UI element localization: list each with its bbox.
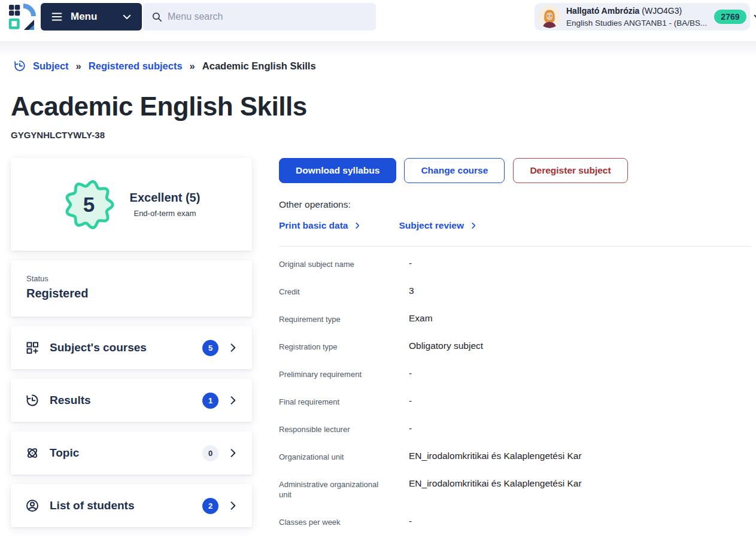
detail-value: - [409, 395, 751, 407]
menu-search-input[interactable] [168, 11, 368, 22]
count-badge: 1 [202, 393, 218, 409]
detail-row: Organizational unit EN_irodalomkritikai … [279, 442, 751, 470]
detail-label: Responsible lecturer [279, 423, 409, 434]
link-label: Subject review [399, 220, 464, 231]
sidebar-item-subjects-courses[interactable]: Subject's courses 5 [11, 326, 252, 369]
grade-card: 5 Excellent (5) End-of-term exam [11, 158, 252, 251]
grid-plus-icon [25, 341, 40, 355]
detail-row: Responsible lecturer - [279, 415, 751, 442]
change-course-button[interactable]: Change course [404, 158, 505, 183]
sidebar-item-label: List of students [50, 499, 202, 512]
breadcrumb-separator: » [190, 60, 195, 72]
detail-label: Final requirement [279, 395, 409, 407]
breadcrumb-separator: » [76, 60, 81, 72]
detail-label: Preliminary requirement [279, 367, 409, 379]
person-circle-icon [25, 499, 40, 513]
sidebar-item-topic[interactable]: Topic 0 [11, 431, 252, 475]
other-operations-label: Other operations: [279, 199, 751, 210]
header-shadow [0, 41, 756, 57]
breadcrumb: Subject » Registered subjects » Academic… [13, 59, 756, 72]
sidebar-item-label: Results [50, 394, 202, 407]
detail-label: Original subject name [279, 257, 409, 269]
detail-row: Credit 3 [279, 277, 751, 305]
user-chevron-down-icon[interactable] [752, 11, 756, 22]
count-badge: 0 [202, 445, 218, 461]
page-title: Academic English Skills [11, 92, 756, 121]
breadcrumb-link-subject[interactable]: Subject [33, 60, 69, 72]
subject-detail-rows: Original subject name - Credit 3 Require… [279, 250, 751, 535]
detail-label: Credit [279, 285, 409, 297]
subject-review-link[interactable]: Subject review [399, 220, 478, 231]
detail-label: Administrative organizational unit [279, 478, 409, 500]
breadcrumb-link-registered-subjects[interactable]: Registered subjects [89, 60, 183, 72]
count-badge: 2 [202, 498, 218, 514]
user-menu[interactable]: Hallgató Ambrózia (WJO4G3) English Studi… [535, 3, 750, 31]
menu-search [143, 3, 376, 31]
detail-value: Exam [409, 312, 751, 324]
grade-text: Excellent (5) End-of-term exam [130, 191, 201, 218]
hamburger-icon [50, 10, 63, 23]
sidebar-item-list-of-students[interactable]: List of students 2 [11, 484, 252, 527]
detail-label: Requirement type [279, 312, 409, 324]
details-divider [279, 246, 751, 247]
menu-button[interactable]: Menu [41, 3, 142, 31]
count-badge: 5 [202, 340, 218, 356]
sidebar-item-results[interactable]: Results 1 [11, 379, 252, 422]
notification-count-badge[interactable]: 2769 [714, 10, 746, 24]
user-name-line: Hallgató Ambrózia (WJO4G3) [566, 6, 682, 16]
chevron-right-icon [227, 447, 239, 459]
left-sidebar: 5 Excellent (5) End-of-term exam Status … [11, 158, 252, 537]
status-card: Status Registered [11, 260, 252, 317]
detail-row: Requirement type Exam [279, 305, 751, 332]
chevron-right-icon [227, 394, 239, 406]
detail-label: Classes per week [279, 515, 409, 527]
detail-value: - [409, 423, 751, 434]
detail-value: EN_irodalomkritikai és Kalaplengetési Ka… [409, 450, 751, 462]
chevron-right-icon [227, 342, 239, 354]
grade-value: 5 [63, 178, 116, 231]
detail-value: EN_irodalomkritikai és Kalaplengetési Ka… [409, 478, 751, 490]
user-avatar [538, 5, 561, 28]
print-basic-data-link[interactable]: Print basic data [279, 220, 362, 231]
detail-row: Original subject name - [279, 250, 751, 277]
chevron-right-icon [227, 500, 239, 512]
detail-value: - [409, 257, 751, 269]
sidebar-item-label: Subject's courses [50, 341, 202, 354]
grade-title: Excellent (5) [130, 191, 201, 205]
detail-row: Preliminary requirement - [279, 360, 751, 387]
breadcrumb-current: Academic English Skills [202, 60, 316, 72]
sidebar-item-label: Topic [50, 446, 202, 460]
subject-details-panel: Download syllabus Change course Deregist… [279, 158, 751, 535]
detail-row: Classes per week - [279, 507, 751, 535]
detail-value: 3 [409, 285, 751, 297]
detail-label: Registration type [279, 340, 409, 352]
detail-row: Administrative organizational unit EN_ir… [279, 470, 751, 507]
subject-code: GYGYNHLCTYWLY-38 [11, 130, 756, 140]
user-name: Hallgató Ambrózia [566, 6, 639, 16]
download-syllabus-button[interactable]: Download syllabus [279, 158, 396, 183]
search-icon [151, 11, 163, 23]
menu-button-label: Menu [71, 11, 122, 23]
action-buttons: Download syllabus Change course Deregist… [279, 158, 751, 183]
deregister-subject-button[interactable]: Deregister subject [513, 158, 627, 183]
status-value: Registered [26, 287, 236, 300]
operation-links: Print basic data Subject review [279, 220, 751, 231]
status-label: Status [26, 274, 236, 283]
user-program: English Studies ANGTANB1 - (BA/BS... [566, 19, 707, 28]
main-content: 5 Excellent (5) End-of-term exam Status … [0, 158, 756, 537]
chevron-right-icon [469, 221, 478, 230]
grade-type: End-of-term exam [130, 209, 201, 218]
detail-value: Obligatory subject [409, 340, 751, 352]
app-logo-icon [7, 3, 36, 32]
link-label: Print basic data [279, 220, 348, 231]
chevron-down-icon [122, 11, 132, 22]
detail-row: Final requirement - [279, 387, 751, 415]
top-header: Menu [0, 0, 756, 34]
atom-icon [25, 446, 40, 460]
chevron-right-icon [353, 221, 362, 230]
user-neptun-code: (WJO4G3) [642, 6, 682, 16]
grade-seal: 5 [63, 178, 116, 231]
detail-value: - [409, 515, 751, 527]
detail-label: Organizational unit [279, 450, 409, 462]
user-info: Hallgató Ambrózia (WJO4G3) English Studi… [566, 5, 707, 29]
